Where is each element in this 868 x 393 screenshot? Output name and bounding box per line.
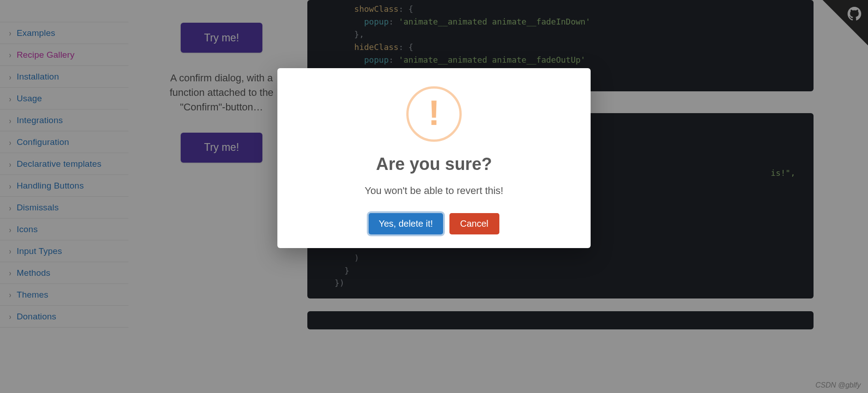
modal-overlay[interactable]: ! Are you sure? You won't be able to rev…: [0, 0, 868, 393]
modal-text: You won't be able to revert this!: [365, 185, 503, 197]
cancel-button[interactable]: Cancel: [449, 213, 499, 234]
confirm-dialog: ! Are you sure? You won't be able to rev…: [277, 68, 591, 248]
modal-actions: Yes, delete it! Cancel: [369, 213, 499, 234]
modal-title: Are you sure?: [376, 154, 492, 174]
confirm-button[interactable]: Yes, delete it!: [369, 213, 443, 234]
warning-icon: !: [406, 86, 462, 142]
